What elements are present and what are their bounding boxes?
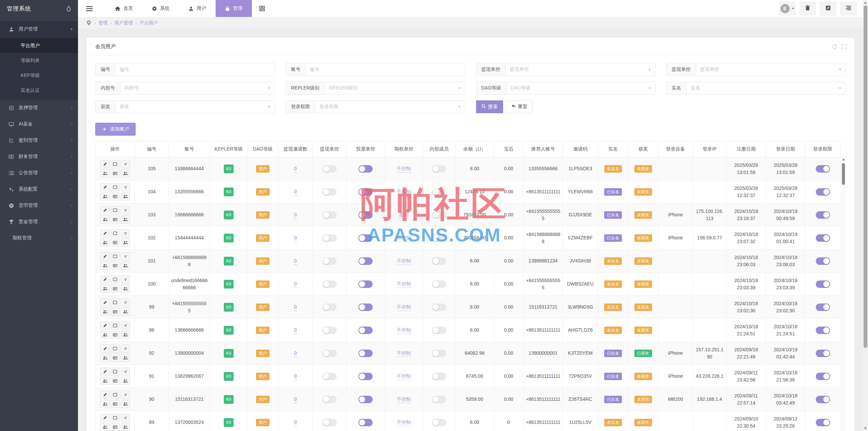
page-scrollbar-thumb[interactable]: [864, 5, 867, 348]
nav-tab-0[interactable]: 首页: [105, 0, 142, 17]
op-v-button[interactable]: v: [121, 391, 130, 399]
internal-member-toggle[interactable]: [432, 419, 446, 426]
op-edit-button[interactable]: [100, 206, 110, 214]
vote-control-toggle[interactable]: [358, 257, 373, 265]
op-v-button[interactable]: v: [121, 252, 130, 260]
op-edit-button[interactable]: [100, 275, 110, 283]
sidebar-item-7[interactable]: P货币管理‹: [0, 197, 78, 214]
reset-button[interactable]: 重置: [507, 100, 533, 113]
op-window-button[interactable]: [111, 368, 120, 376]
filter-select-6[interactable]: DAO等级▼: [506, 82, 655, 95]
op-team2-button[interactable]: [121, 169, 130, 177]
login-permission-toggle[interactable]: [816, 373, 830, 380]
op-wallet-button[interactable]: [111, 331, 120, 339]
op-edit-button[interactable]: [100, 368, 110, 376]
invites-link[interactable]: 0: [294, 396, 297, 403]
filter-text-input[interactable]: [120, 67, 270, 72]
option-control-link[interactable]: 不控制: [397, 373, 411, 380]
page-scrollbar[interactable]: [863, 0, 868, 431]
user-dropdown-button[interactable]: E: [779, 2, 795, 15]
login-permission-toggle[interactable]: [816, 165, 830, 173]
vote-control-toggle[interactable]: [358, 280, 373, 288]
refresh-icon[interactable]: [832, 44, 837, 49]
op-team-button[interactable]: [100, 192, 110, 200]
sidebar-item-5[interactable]: 公告管理‹: [0, 165, 78, 181]
op-v-button[interactable]: v: [121, 206, 130, 214]
op-window-button[interactable]: [111, 275, 120, 283]
option-control-link[interactable]: 不控制: [397, 235, 411, 242]
op-team-button[interactable]: [100, 377, 110, 385]
withdraw-control-toggle[interactable]: [322, 165, 337, 173]
op-window-button[interactable]: [111, 183, 120, 191]
invites-link[interactable]: 0: [294, 189, 297, 196]
invites-link[interactable]: 0: [294, 373, 297, 380]
vote-control-toggle[interactable]: [358, 373, 373, 380]
op-v-button[interactable]: v: [121, 183, 130, 191]
op-edit-button[interactable]: [100, 183, 110, 191]
op-team2-button[interactable]: [121, 192, 130, 200]
option-control-link[interactable]: 不控制: [397, 166, 411, 173]
op-edit-button[interactable]: [100, 391, 110, 399]
withdraw-control-toggle[interactable]: [322, 280, 337, 288]
op-window-button[interactable]: [111, 160, 120, 168]
login-permission-toggle[interactable]: [816, 419, 830, 426]
sidebar-item-6[interactable]: 系统配置‹: [0, 181, 78, 197]
op-wallet-button[interactable]: [111, 308, 120, 316]
op-wallet-button[interactable]: [111, 285, 120, 293]
fullscreen-icon[interactable]: [842, 44, 847, 49]
op-window-button[interactable]: [111, 414, 120, 422]
invites-link[interactable]: 0: [294, 235, 297, 242]
withdraw-control-toggle[interactable]: [322, 419, 337, 426]
op-v-button[interactable]: v: [121, 275, 130, 283]
op-window-button[interactable]: [111, 298, 120, 307]
filter-select-8[interactable]: 获奖▼: [115, 100, 275, 113]
login-permission-toggle[interactable]: [816, 303, 830, 311]
op-team2-button[interactable]: [121, 238, 130, 247]
option-control-link[interactable]: 盈利: [399, 212, 409, 219]
filter-select-3[interactable]: 提现单控▼: [696, 63, 846, 76]
op-team-button[interactable]: [100, 354, 110, 362]
table-scrollbar-thumb[interactable]: [842, 163, 845, 185]
op-team-button[interactable]: [100, 331, 110, 339]
withdraw-control-toggle[interactable]: [322, 188, 337, 196]
op-window-button[interactable]: [111, 345, 120, 353]
option-control-link[interactable]: 不控制: [397, 189, 411, 196]
op-edit-button[interactable]: [100, 160, 110, 168]
op-team2-button[interactable]: [121, 377, 130, 385]
invites-link[interactable]: 0: [294, 212, 297, 219]
op-wallet-button[interactable]: [111, 169, 120, 177]
withdraw-control-toggle[interactable]: [322, 257, 337, 265]
op-team-button[interactable]: [100, 285, 110, 293]
op-edit-button[interactable]: [100, 298, 110, 307]
vote-control-toggle[interactable]: [358, 350, 373, 357]
filter-select-9[interactable]: 登录权限▼: [315, 100, 465, 113]
internal-member-toggle[interactable]: [432, 396, 446, 403]
withdraw-control-toggle[interactable]: [322, 303, 337, 311]
login-permission-toggle[interactable]: [816, 211, 830, 219]
sidebar-subitem-0-2[interactable]: KEP等级: [0, 68, 78, 83]
vote-control-toggle[interactable]: [358, 211, 373, 219]
droplet-icon[interactable]: [66, 6, 71, 12]
op-edit-button[interactable]: [100, 414, 110, 422]
op-wallet-button[interactable]: [111, 354, 120, 362]
invites-link[interactable]: 0: [294, 258, 297, 265]
op-team2-button[interactable]: [121, 423, 130, 431]
login-permission-toggle[interactable]: [816, 234, 830, 242]
op-wallet-button[interactable]: [111, 423, 120, 431]
vote-control-toggle[interactable]: [358, 419, 373, 426]
filter-select-2[interactable]: 提现单控▼: [506, 63, 655, 76]
vote-control-toggle[interactable]: [358, 234, 373, 242]
withdraw-control-toggle[interactable]: [322, 350, 337, 357]
op-wallet-button[interactable]: [111, 215, 120, 223]
vote-control-toggle[interactable]: [358, 327, 373, 334]
op-team2-button[interactable]: [121, 261, 130, 270]
nav-tab-1[interactable]: 系统: [142, 0, 179, 17]
vote-control-toggle[interactable]: [358, 188, 373, 196]
filter-select-4[interactable]: 内部号▼: [120, 82, 275, 95]
op-team-button[interactable]: [100, 238, 110, 247]
invites-link[interactable]: 0: [294, 304, 297, 311]
op-edit-button[interactable]: [100, 229, 110, 237]
sidebar-item-0[interactable]: 用户管理▾: [0, 21, 78, 37]
internal-member-toggle[interactable]: [432, 234, 446, 242]
add-account-button[interactable]: ＋ 添加账户: [95, 123, 136, 136]
